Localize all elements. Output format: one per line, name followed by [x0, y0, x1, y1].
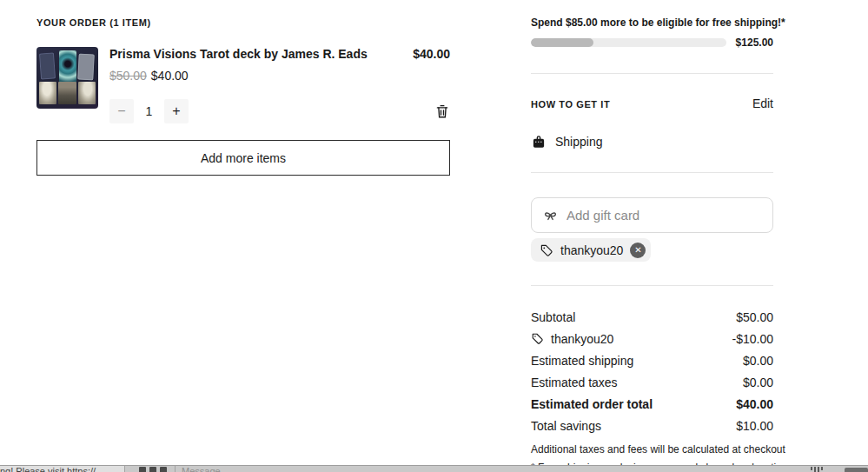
total-row-discount: thankyou20 -$10.00: [531, 328, 773, 349]
tag-icon: [531, 332, 544, 345]
close-icon: ✕: [634, 246, 641, 255]
total-value: $50.00: [736, 310, 773, 324]
total-label: Estimated order total: [531, 397, 653, 411]
total-value: $40.00: [736, 397, 773, 411]
total-row-order-total: Estimated order total $40.00: [531, 393, 773, 415]
increase-quantity-button[interactable]: +: [164, 99, 189, 123]
item-line-price: $40.00: [413, 47, 450, 61]
total-label: Estimated taxes: [531, 376, 618, 389]
taxes-footnote: Additional taxes and fees will be calcul…: [531, 443, 773, 455]
order-heading: YOUR ORDER (1 ITEM): [36, 17, 151, 28]
item-original-price: $50.00: [109, 69, 147, 83]
order-section: YOUR ORDER (1 ITEM) Prisma Visions Tarot…: [36, 0, 450, 472]
total-value: -$10.00: [732, 332, 773, 346]
total-value: $10.00: [736, 419, 773, 433]
totals-table: Subtotal $50.00 thankyou20 -$10.00 Estim…: [531, 306, 773, 436]
how-to-get-it-heading: HOW TO GET IT: [531, 99, 610, 110]
decrease-quantity-button[interactable]: −: [109, 99, 134, 123]
discount-code: thankyou20: [560, 243, 623, 257]
product-image-card-center: [59, 50, 76, 83]
total-value: $0.00: [743, 376, 773, 389]
bar-separator: [175, 466, 176, 472]
message-field-label: Message: [182, 466, 221, 472]
fulfillment-header: HOW TO GET IT Edit: [531, 96, 773, 110]
bar-separator: [124, 466, 125, 472]
line-item-controls: − 1 +: [109, 99, 450, 123]
product-image-card-spread: [39, 82, 96, 104]
total-label: Estimated shipping: [531, 354, 633, 368]
remove-item-button[interactable]: [434, 103, 450, 119]
gift-card-field: [531, 197, 773, 233]
fulfillment-method-label: Shipping: [555, 135, 603, 149]
notification-text: ng! Please visit https://: [0, 466, 96, 472]
total-label: Total savings: [531, 419, 601, 433]
total-label: thankyou20: [551, 332, 613, 346]
gift-bow-icon: [542, 207, 559, 223]
item-title: Prisma Visions Tarot deck by James R. Ea…: [109, 47, 368, 62]
free-shipping-progress: $125.00: [531, 37, 773, 49]
quantity-value: 1: [134, 104, 164, 118]
bottom-cutoff-bar: ng! Please visit https:// Message: [0, 465, 868, 472]
product-image-card-right: [77, 54, 95, 81]
discount-chip: thankyou20 ✕: [531, 238, 651, 262]
free-shipping-goal: $125.00: [736, 37, 773, 49]
divider: [531, 172, 773, 173]
edit-fulfillment-button[interactable]: Edit: [752, 96, 773, 110]
summary-section: Spend $85.00 more to be eligible for fre…: [531, 0, 773, 472]
tag-icon: [540, 243, 553, 257]
quantity-stepper: − 1 +: [109, 99, 189, 123]
bar-dark-shape: [845, 468, 868, 472]
divider: [531, 73, 773, 74]
product-image-card-left: [39, 52, 56, 79]
fulfillment-method: Shipping: [531, 134, 603, 150]
add-more-items-button[interactable]: Add more items: [36, 140, 450, 176]
progress-fill: [531, 38, 593, 47]
divider: [531, 285, 773, 286]
remove-discount-button[interactable]: ✕: [630, 243, 646, 258]
total-row-savings: Total savings $10.00: [531, 415, 773, 436]
total-row-subtotal: Subtotal $50.00: [531, 306, 773, 328]
shipping-bag-icon: [531, 134, 547, 150]
free-shipping-message: Spend $85.00 more to be eligible for fre…: [531, 17, 785, 29]
progress-track: [531, 38, 726, 47]
trash-icon: [434, 103, 450, 119]
item-price-line: $50.00$40.00: [109, 69, 450, 83]
product-image: [36, 47, 98, 109]
item-sale-price: $40.00: [151, 69, 189, 83]
total-row-taxes: Estimated taxes $0.00: [531, 371, 773, 393]
total-value: $0.00: [743, 354, 773, 368]
bar-status-icons: [139, 467, 167, 472]
gift-card-input[interactable]: [567, 208, 762, 223]
total-row-shipping: Estimated shipping $0.00: [531, 349, 773, 371]
total-label: Subtotal: [531, 310, 575, 324]
checkout-cart-page: YOUR ORDER (1 ITEM) Prisma Visions Tarot…: [0, 0, 868, 472]
bar-tick-marks: [811, 467, 823, 472]
